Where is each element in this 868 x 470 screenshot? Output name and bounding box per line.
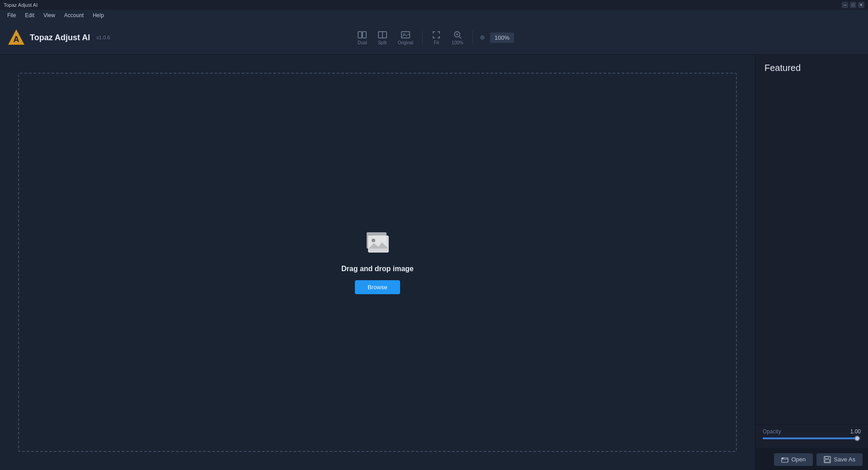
opacity-section: Opacity 1.00: [755, 424, 868, 443]
split-label: Split: [378, 40, 387, 45]
header: A Topaz Adjust AI v1.0.6 Dual Split: [0, 21, 868, 55]
split-view-button[interactable]: Split: [374, 28, 391, 47]
opacity-row: Opacity 1.00: [763, 428, 861, 435]
dual-label: Dual: [358, 40, 367, 45]
save-as-button[interactable]: Save As: [816, 453, 863, 466]
svg-line-9: [459, 37, 461, 38]
app-version: v1.0.6: [96, 35, 110, 40]
open-button[interactable]: Open: [774, 453, 813, 466]
window-title: Topaz Adjust AI: [4, 2, 38, 8]
zoom-button[interactable]: 100%: [448, 28, 467, 47]
menu-file[interactable]: File: [4, 11, 19, 19]
menu-edit[interactable]: Edit: [21, 11, 38, 19]
bottom-action-bar: Open Save As: [755, 448, 868, 470]
zoom-label: 100%: [452, 40, 463, 45]
fit-label: Fit: [434, 40, 439, 45]
save-as-label: Save As: [834, 456, 855, 463]
opacity-slider-fill: [763, 437, 856, 439]
drag-drop-text: Drag and drop image: [341, 265, 414, 273]
opacity-label: Opacity: [763, 428, 781, 435]
svg-rect-6: [401, 32, 410, 38]
menu-help[interactable]: Help: [89, 11, 108, 19]
svg-rect-3: [363, 32, 366, 38]
canvas-area[interactable]: Drag and drop image Browse: [0, 55, 755, 470]
opacity-value: 1.00: [850, 428, 861, 435]
right-panel: Featured Opacity 1.00 Open: [755, 55, 868, 470]
menu-bar: File Edit View Account Help: [0, 10, 868, 21]
opacity-slider-thumb: [854, 436, 860, 441]
zoom-indicator: [480, 35, 485, 40]
zoom-display: 100%: [490, 33, 514, 43]
menu-account[interactable]: Account: [61, 11, 87, 19]
svg-rect-2: [358, 32, 362, 38]
maximize-button[interactable]: □: [850, 2, 856, 8]
opacity-slider[interactable]: [763, 437, 861, 439]
svg-rect-19: [825, 456, 829, 459]
toolbar-divider: [422, 31, 423, 44]
dual-view-button[interactable]: Dual: [354, 28, 371, 47]
svg-text:A: A: [14, 35, 19, 44]
toolbar-divider-2: [472, 31, 473, 44]
title-bar: Topaz Adjust AI ─ □ ✕: [0, 0, 868, 10]
fit-view-button[interactable]: Fit: [428, 28, 444, 47]
drop-zone[interactable]: Drag and drop image Browse: [18, 73, 737, 452]
svg-rect-14: [368, 236, 388, 252]
window-controls: ─ □ ✕: [842, 2, 864, 8]
drop-image-icon: [363, 230, 392, 258]
open-icon: [781, 456, 788, 463]
main-layout: Drag and drop image Browse Featured Opac…: [0, 55, 868, 470]
svg-point-15: [372, 239, 375, 242]
browse-button[interactable]: Browse: [355, 280, 400, 294]
minimize-button[interactable]: ─: [842, 2, 848, 8]
panel-content: [755, 79, 868, 470]
logo-area: A Topaz Adjust AI v1.0.6: [7, 28, 110, 47]
open-label: Open: [791, 456, 806, 463]
original-label: Original: [398, 40, 413, 45]
svg-rect-20: [825, 460, 830, 462]
save-as-icon: [824, 456, 831, 463]
toolbar: Dual Split Original Fit: [354, 28, 514, 47]
original-view-button[interactable]: Original: [394, 28, 417, 47]
app-logo: A: [7, 28, 25, 47]
featured-heading: Featured: [755, 55, 868, 79]
menu-view[interactable]: View: [40, 11, 59, 19]
app-name: Topaz Adjust AI: [30, 33, 90, 42]
close-button[interactable]: ✕: [858, 2, 864, 8]
